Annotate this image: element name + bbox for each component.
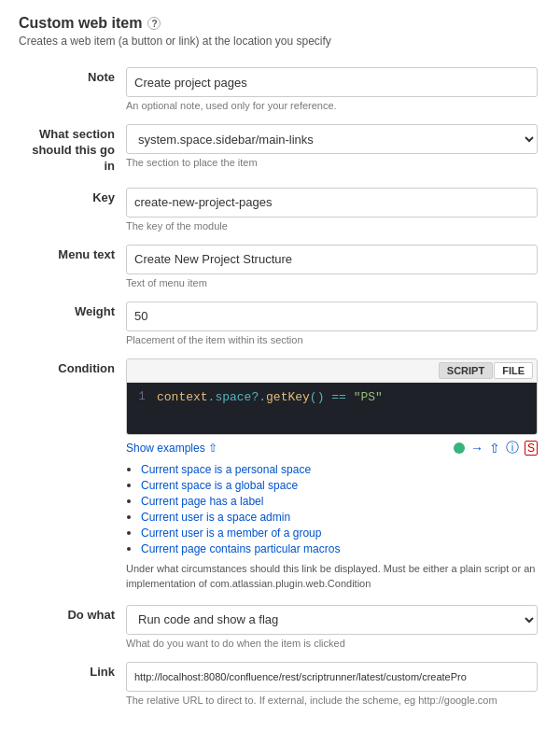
arrow-icon[interactable]: → [470,441,483,456]
help-icon[interactable]: ? [147,17,161,30]
example-link-3[interactable]: Current page has a label [141,495,263,508]
upload-icon[interactable]: ⇧ [489,441,500,456]
list-item: Current page has a label [141,494,538,508]
note-field-cell: An optional note, used only for your ref… [126,61,541,118]
weight-input[interactable] [126,302,538,331]
note-input[interactable] [126,67,538,97]
key-row: Key The key of the module [19,181,541,238]
do-what-field-cell: Run code and show a flag What do you wan… [126,598,541,655]
status-dot-icon [454,442,465,454]
code-line-1: 1 context.space?.getKey() == "PS" [127,390,537,404]
example-link-5[interactable]: Current user is a member of a group [141,526,321,540]
weight-label: Weight [19,295,126,352]
section-hint: The section to place the item [126,157,538,168]
link-row: Link The relative URL to direct to. If e… [19,655,541,712]
code-editor[interactable]: 1 context.space?.getKey() == "PS" [127,383,537,434]
page-title-text: Custom web item [19,15,142,32]
condition-icons: → ⇧ ⓘ S [454,440,538,456]
list-item: Current user is a space admin [141,510,538,524]
key-field-cell: The key of the module [126,181,541,238]
script-tab-button[interactable]: SCRIPT [439,362,493,379]
help-circle-icon[interactable]: ⓘ [506,440,519,456]
menu-text-label: Menu text [19,238,126,295]
do-what-label: Do what [19,598,126,655]
show-examples-link[interactable]: Show examples ⇧ [126,442,217,455]
link-label: Link [19,655,126,712]
weight-row: Weight Placement of the item within its … [19,295,541,352]
section-field-cell: system.space.sidebar/main-links The sect… [126,118,541,181]
code-content: context.space?.getKey() == "PS" [157,390,383,404]
page-title: Custom web item ? [19,15,541,32]
section-select[interactable]: system.space.sidebar/main-links [126,124,538,154]
key-input[interactable] [126,188,538,218]
examples-list: Current space is a personal space Curren… [141,462,538,555]
section-label: What section should this go in [19,118,126,181]
examples-bar: Show examples ⇧ → ⇧ ⓘ S [126,440,538,456]
form-table: Note An optional note, used only for you… [19,61,541,712]
condition-container: SCRIPT FILE 1 context.space?.getKey() ==… [126,358,538,435]
link-field-cell: The relative URL to direct to. If extern… [126,655,541,712]
note-label: Note [19,61,126,118]
menu-text-hint: Text of menu item [126,277,538,288]
link-input[interactable] [126,662,538,692]
menu-text-input[interactable] [126,245,538,274]
do-what-row: Do what Run code and show a flag What do… [19,598,541,655]
weight-field-cell: Placement of the item within its section [126,295,541,352]
menu-text-field-cell: Text of menu item [126,238,541,295]
do-what-select[interactable]: Run code and show a flag [126,605,538,635]
condition-label: Condition [19,352,126,598]
weight-hint: Placement of the item within its section [126,334,538,345]
page-subtitle: Creates a web item (a button or link) at… [19,35,541,48]
key-label: Key [19,181,126,238]
condition-description: Under what circumstances should this lin… [126,561,538,592]
condition-toolbar: SCRIPT FILE [127,359,537,383]
list-item: Current page contains particular macros [141,541,538,555]
page-header: Custom web item ? Creates a web item (a … [19,15,541,48]
note-hint: An optional note, used only for your ref… [126,100,538,111]
list-item: Current space is a global space [141,478,538,492]
file-tab-button[interactable]: FILE [494,362,533,379]
plugin-icon[interactable]: S [525,441,538,456]
line-number: 1 [127,390,157,403]
link-hint: The relative URL to direct to. If extern… [126,695,538,706]
condition-field-cell: SCRIPT FILE 1 context.space?.getKey() ==… [126,352,541,598]
list-item: Current user is a member of a group [141,526,538,540]
list-item: Current space is a personal space [141,462,538,476]
example-link-6[interactable]: Current page contains particular macros [141,542,340,555]
condition-row: Condition SCRIPT FILE 1 context.space?.g… [19,352,541,598]
note-row: Note An optional note, used only for you… [19,61,541,118]
example-link-1[interactable]: Current space is a personal space [141,463,311,476]
menu-text-row: Menu text Text of menu item [19,238,541,295]
key-hint: The key of the module [126,220,538,232]
example-link-4[interactable]: Current user is a space admin [141,511,290,524]
example-link-2[interactable]: Current space is a global space [141,479,298,492]
do-what-hint: What do you want to do when the item is … [126,638,538,649]
section-row: What section should this go in system.sp… [19,118,541,181]
